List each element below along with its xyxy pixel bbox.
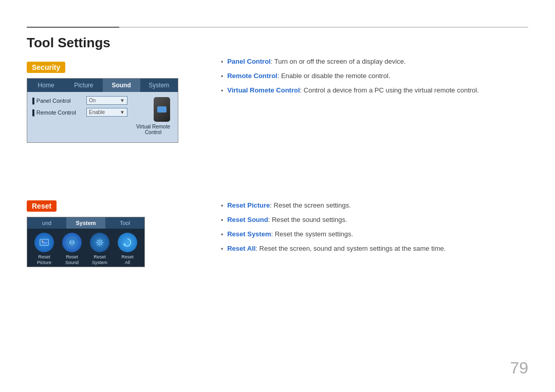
reset-sound-icon [62,233,82,252]
reset-tab-tool[interactable]: Tool [105,217,144,229]
virtual-remote-area: Virtual RemoteControl [136,96,173,138]
svg-point-6 [71,241,73,244]
panel-control-label: ▌Panel Control [32,98,86,104]
reset-right-section: • Reset Picture: Reset the screen settin… [221,200,528,264]
remote-screen [157,106,166,113]
remote-control-value: Enable [89,109,105,115]
remote-control-row: ▌Remote Control Enable ▼ [32,108,136,117]
reset-bullet-dot-2: • [221,216,223,225]
panel-control-row: ▌Panel Control On ▼ [32,96,136,105]
reset-system-icon [90,233,109,252]
all-svg [122,237,133,248]
tab-home[interactable]: Home [27,79,65,92]
panel-control-arrow: ▼ [120,98,125,103]
bullet-dot-2: • [221,72,223,81]
reset-sound-item: ResetSound [60,233,84,266]
remote-control-select[interactable]: Enable ▼ [86,108,127,117]
security-menu-tabs: Home Picture Sound System [27,79,178,92]
bullet-reset-system: • Reset System: Reset the system setting… [221,229,528,239]
bullet-dot-1: • [221,58,223,67]
page-title: Tool Settings [27,35,110,51]
virtual-remote-icon [154,97,170,122]
reset-all-label: ResetAll [121,254,134,266]
bullet-panel-control: • Panel Control: Turn on or off the scre… [221,57,528,67]
virtual-remote-link: Virtual Romete Control [227,86,300,94]
reset-bullet-list: • Reset Picture: Reset the screen settin… [221,200,528,254]
sound-svg [66,237,78,248]
reset-picture-link: Reset Picture [227,201,270,209]
reset-system-link: Reset System [227,230,271,238]
bullet-virtual-remote: • Virtual Romete Control: Control a devi… [221,85,528,96]
reset-sound-label: ResetSound [65,254,79,266]
bullet-dot-3: • [221,86,223,96]
panel-control-value: On [89,98,96,103]
reset-icons-row: ResetPicture ResetSound [27,229,144,267]
reset-picture-label: ResetPicture [37,254,51,266]
tab-picture[interactable]: Picture [65,79,102,92]
reset-sound-desc: : Reset the sound settings. [268,216,347,223]
reset-badge: Reset [27,200,57,212]
reset-bullet-dot-4: • [221,245,223,254]
bullet-remote-control: • Remote Control: Enable or disable the … [221,71,528,81]
svg-point-3 [42,240,43,242]
reset-all-icon [118,233,137,252]
reset-all-item: ResetAll [115,233,140,266]
remote-control-link: Remote Control [227,72,278,80]
panel-control-select[interactable]: On ▼ [86,96,127,105]
reset-bullet-dot-1: • [221,201,223,211]
virtual-remote-label: Virtual RemoteControl [136,124,170,135]
panel-control-desc: : Turn on or off the screen of a display… [271,58,406,65]
svg-point-8 [99,242,101,244]
reset-picture-item: ResetPicture [32,233,57,266]
panel-control-link: Panel Control [227,58,271,65]
security-menu-mockup: Home Picture Sound System ▌Panel Control… [27,78,178,143]
top-border [27,27,528,28]
page-number: 79 [510,359,528,378]
reset-menu-tabs: und System Tool [27,217,144,229]
reset-tab-system[interactable]: System [66,217,105,229]
system-svg [94,237,105,248]
remote-control-arrow: ▼ [120,109,125,115]
picture-svg [39,237,50,248]
security-bullet-list: • Panel Control: Turn on or off the scre… [221,57,528,96]
bullet-reset-all: • Reset All: Reset the screen, sound and… [221,244,528,254]
reset-system-label: ResetSystem [92,254,107,266]
tab-system[interactable]: System [140,79,178,92]
reset-system-item: ResetSystem [87,233,112,266]
reset-sound-link: Reset Sound [227,216,268,223]
bullet-reset-sound: • Reset Sound: Reset the sound settings. [221,215,528,225]
security-left-section: Security Home Picture Sound System ▌Pane… [27,62,186,143]
security-menu-body: ▌Panel Control On ▼ ▌Remote Control Enab… [27,92,178,142]
reset-system-desc: : Reset the system settings. [271,230,353,238]
reset-picture-desc: : Reset the screen settings. [270,201,351,209]
security-badge: Security [27,62,65,73]
tab-sound[interactable]: Sound [103,79,140,92]
reset-menu-mockup: und System Tool ResetPicture [27,217,145,267]
reset-tab-und[interactable]: und [27,217,66,229]
reset-all-desc: : Reset the screen, sound and system set… [255,245,446,252]
virtual-remote-desc: : Control a device from a PC using the v… [300,86,479,94]
remote-control-label: ▌Remote Control [32,109,86,116]
reset-picture-icon [34,233,54,252]
bullet-reset-picture: • Reset Picture: Reset the screen settin… [221,200,528,211]
remote-control-desc: : Enable or disable the remote control. [278,72,391,80]
reset-left-section: Reset und System Tool ResetPicture [27,200,186,267]
security-right-section: • Panel Control: Turn on or off the scre… [221,57,528,106]
reset-all-link: Reset All [227,245,255,252]
reset-bullet-dot-3: • [221,230,223,239]
